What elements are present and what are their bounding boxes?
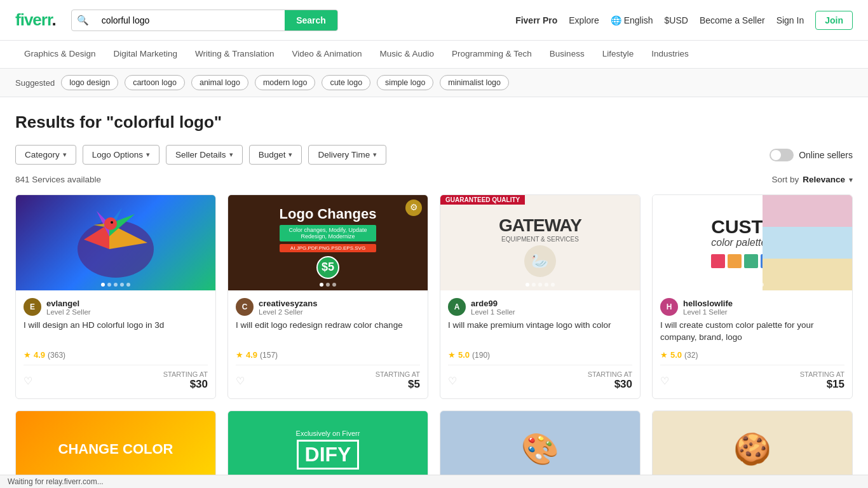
- card-1[interactable]: E evlangel Level 2 Seller I will design …: [15, 194, 216, 399]
- tag-simple-logo[interactable]: simple logo: [377, 75, 433, 90]
- card-1-price: $30: [190, 378, 208, 391]
- tag-logo-design[interactable]: logo design: [61, 75, 118, 90]
- card-2-seller-name: creativesyzans: [259, 299, 318, 308]
- search-button[interactable]: Search: [285, 10, 337, 30]
- card-1-rating-val: 4.9: [34, 350, 45, 360]
- nav-business[interactable]: Business: [541, 41, 593, 69]
- card-4-rating-val: 5.0: [670, 350, 682, 360]
- logo-options-chevron-icon: ▾: [146, 151, 150, 159]
- results-area: Results for "colorful logo" Category ▾ L…: [0, 97, 868, 487]
- card-1-dots: [101, 283, 130, 287]
- card-3-image: GUARANTEED QUALITY GATEWAY EQUIPMENT & S…: [440, 195, 640, 290]
- star-icon: ★: [448, 350, 456, 360]
- seller-details-filter[interactable]: Seller Details ▾: [166, 145, 243, 165]
- status-bar: Waiting for relay.fiverr.com...: [0, 475, 868, 487]
- bottom-card-2-sublabel: Exclusively on Fiverr: [296, 430, 360, 437]
- card-4-image: CUSTOM color palette: [653, 195, 852, 290]
- tag-cute-logo[interactable]: cute logo: [322, 75, 370, 90]
- card-2-body: C creativesyzans Level 2 Seller I will e…: [228, 290, 428, 398]
- bottom-card-1-label: CHANGE COLOR: [58, 441, 173, 458]
- card-2[interactable]: Logo Changes Color changes, Modify, Upda…: [227, 194, 428, 399]
- join-button[interactable]: Join: [815, 11, 853, 30]
- sort-chevron-icon[interactable]: ▾: [849, 175, 853, 184]
- budget-chevron-icon: ▾: [288, 151, 292, 159]
- card-4-seller-info: helloslowlife Level 1 Seller: [683, 299, 733, 316]
- bottom-card-2-label: DIFY: [297, 440, 360, 470]
- card-4-rating: ★ 5.0 (32): [660, 350, 844, 360]
- delivery-time-chevron-icon: ▾: [373, 151, 377, 159]
- star-icon: ★: [24, 350, 31, 360]
- sign-in-link[interactable]: Sign In: [776, 15, 804, 25]
- suggested-bar: Suggested logo design cartoon logo anima…: [0, 69, 868, 97]
- search-input[interactable]: [94, 10, 285, 30]
- card-2-rating-val: 4.9: [246, 350, 257, 360]
- count-sort-row: 841 Services available Sort by Relevance…: [15, 175, 853, 184]
- sort-row: Sort by Relevance ▾: [771, 175, 853, 184]
- language-selector[interactable]: 🌐 English: [611, 15, 653, 25]
- card-3[interactable]: GUARANTEED QUALITY GATEWAY EQUIPMENT & S…: [440, 194, 641, 399]
- online-sellers-label: Online sellers: [799, 150, 853, 160]
- status-text: Waiting for relay.fiverr.com...: [8, 477, 104, 486]
- nav-graphics-design[interactable]: Graphics & Design: [15, 41, 105, 69]
- card-1-price-info: STARTING AT $30: [163, 370, 208, 391]
- card-2-favorite-button[interactable]: ♡: [236, 375, 245, 387]
- logo-options-filter[interactable]: Logo Options ▾: [83, 145, 159, 165]
- card-2-footer: ♡ STARTING AT $5: [236, 365, 420, 391]
- tag-modern-logo[interactable]: modern logo: [255, 75, 316, 90]
- tag-minimalist-logo[interactable]: minimalist logo: [440, 75, 509, 90]
- card-2-seller-row: C creativesyzans Level 2 Seller: [236, 298, 420, 316]
- card-2-price-info: STARTING AT $5: [376, 370, 420, 391]
- nav-digital-marketing[interactable]: Digital Marketing: [105, 41, 187, 69]
- card-1-seller-info: evlangel Level 2 Seller: [46, 299, 91, 316]
- delivery-time-filter[interactable]: Delivery Time ▾: [308, 145, 386, 165]
- star-icon: ★: [236, 350, 243, 360]
- svg-point-7: [111, 221, 113, 224]
- nav-programming-tech[interactable]: Programming & Tech: [443, 41, 541, 69]
- search-icon: 🔍: [72, 10, 94, 30]
- search-bar: 🔍 Search: [71, 10, 338, 31]
- card-1-seller-level: Level 2 Seller: [46, 308, 91, 316]
- card-3-rating: ★ 5.0 (190): [448, 350, 632, 360]
- card-3-seller-info: arde99 Level 1 Seller: [471, 299, 515, 316]
- main-nav: Graphics & Design Digital Marketing Writ…: [0, 41, 868, 69]
- tag-animal-logo[interactable]: animal logo: [191, 75, 248, 90]
- card-3-seller-level: Level 1 Seller: [471, 308, 515, 316]
- card-3-title: I will make premium vintage logo with co…: [448, 320, 632, 345]
- nav-lifestyle[interactable]: Lifestyle: [593, 41, 643, 69]
- logo[interactable]: fiverr.: [15, 10, 56, 30]
- card-1-avatar: E: [24, 298, 41, 316]
- suggested-label: Suggested: [15, 78, 55, 88]
- tag-cartoon-logo[interactable]: cartoon logo: [125, 75, 185, 90]
- card-3-review-count: (190): [472, 351, 490, 360]
- nav-video-animation[interactable]: Video & Animation: [283, 41, 370, 69]
- explore-link[interactable]: Explore: [569, 15, 599, 25]
- nav-music-audio[interactable]: Music & Audio: [371, 41, 444, 69]
- bottom-card-3-emoji: 🎨: [521, 431, 559, 467]
- card-2-rating: ★ 4.9 (157): [236, 350, 420, 360]
- nav-writing-translation[interactable]: Writing & Translation: [186, 41, 283, 69]
- card-4-favorite-button[interactable]: ♡: [660, 375, 669, 387]
- card-3-favorite-button[interactable]: ♡: [448, 375, 457, 387]
- card-4-seller-name: helloslowlife: [683, 299, 733, 308]
- online-sellers-toggle-switch[interactable]: [770, 149, 794, 161]
- sort-label: Sort by: [771, 175, 799, 184]
- star-icon: ★: [660, 350, 668, 360]
- card-1-title: I will design an HD colorful logo in 3d: [24, 320, 208, 345]
- card-1-starting-at: STARTING AT: [163, 370, 208, 378]
- card-4[interactable]: CUSTOM color palette: [652, 194, 853, 399]
- card-1-seller-row: E evlangel Level 2 Seller: [24, 298, 208, 316]
- card-1-favorite-button[interactable]: ♡: [24, 375, 32, 387]
- cards-grid: E evlangel Level 2 Seller I will design …: [15, 194, 853, 399]
- category-filter[interactable]: Category ▾: [15, 145, 76, 165]
- results-title: Results for "colorful logo": [15, 112, 853, 132]
- card-1-footer: ♡ STARTING AT $30: [24, 365, 208, 391]
- card-1-seller-name: evlangel: [46, 299, 91, 308]
- fiverr-pro-link[interactable]: Fiverr Pro: [515, 15, 557, 25]
- card-2-title: I will edit logo redesign redraw color c…: [236, 320, 420, 345]
- become-seller-link[interactable]: Become a Seller: [700, 15, 765, 25]
- card-2-price: $5: [408, 378, 420, 391]
- budget-filter[interactable]: Budget ▾: [249, 145, 302, 165]
- nav-industries[interactable]: Industries: [642, 41, 698, 69]
- currency-selector[interactable]: $USD: [665, 15, 688, 25]
- card-4-title: I will create custom color palette for y…: [660, 320, 844, 345]
